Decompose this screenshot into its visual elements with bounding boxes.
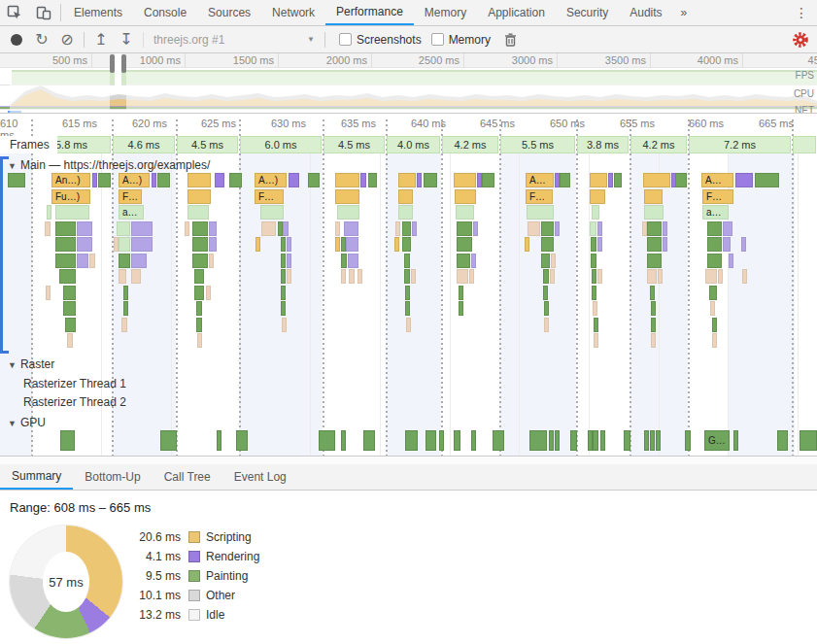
flame-event[interactable]: [597, 221, 602, 236]
gpu-event[interactable]: [777, 430, 788, 451]
flame-event[interactable]: [723, 237, 731, 252]
flame-event[interactable]: [335, 189, 359, 204]
flame-event[interactable]: [650, 286, 655, 300]
flame-event[interactable]: [281, 254, 286, 268]
flame-event[interactable]: [63, 301, 76, 316]
gpu-track-header[interactable]: ▼GPU: [8, 416, 46, 429]
flame-event[interactable]: [337, 205, 359, 220]
flame-event[interactable]: [368, 173, 377, 187]
tab-bottom-up[interactable]: Bottom-Up: [73, 464, 152, 490]
flame-event[interactable]: A…): [119, 173, 150, 187]
flame-event[interactable]: [590, 221, 596, 236]
flame-event[interactable]: [8, 173, 25, 187]
flame-event[interactable]: [192, 221, 208, 236]
flame-event[interactable]: [643, 173, 670, 187]
memory-checkbox[interactable]: Memory: [431, 33, 491, 47]
flame-event[interactable]: [591, 254, 596, 268]
flame-event[interactable]: [644, 189, 663, 204]
flame-event[interactable]: [131, 269, 141, 284]
flame-event[interactable]: [663, 237, 667, 252]
flame-event[interactable]: [541, 237, 554, 252]
flame-event[interactable]: [663, 221, 667, 236]
gpu-event[interactable]: [160, 430, 177, 451]
flame-event[interactable]: [119, 269, 126, 284]
gpu-event[interactable]: G…: [704, 430, 730, 451]
frame-cell[interactable]: 4.2 ms: [630, 136, 687, 153]
flame-event[interactable]: [77, 237, 92, 252]
flame-event[interactable]: [675, 173, 687, 187]
flame-event[interactable]: [457, 221, 472, 236]
flame-event[interactable]: [412, 221, 417, 236]
flame-event[interactable]: [77, 254, 88, 268]
flame-event[interactable]: [707, 221, 722, 236]
save-profile-button[interactable]: ↧: [114, 27, 139, 52]
flame-event[interactable]: [755, 173, 779, 187]
flame-event[interactable]: [608, 173, 613, 187]
flame-event[interactable]: [283, 221, 289, 236]
flame-event[interactable]: [197, 333, 202, 348]
flame-event[interactable]: [550, 269, 555, 284]
gpu-event[interactable]: [217, 430, 221, 451]
gpu-event[interactable]: [60, 430, 75, 451]
flame-event[interactable]: [527, 205, 554, 220]
flame-event[interactable]: [543, 269, 549, 284]
flame-event[interactable]: [131, 221, 153, 236]
flame-event[interactable]: [457, 237, 472, 252]
flame-event[interactable]: [459, 301, 463, 316]
flame-event[interactable]: [560, 173, 570, 187]
flame-event[interactable]: [647, 254, 662, 268]
flame-event[interactable]: [644, 205, 664, 220]
flame-event[interactable]: [555, 221, 560, 236]
frame-cell[interactable]: 3.8 ms: [577, 136, 629, 153]
flame-event[interactable]: [705, 269, 717, 284]
flame-event[interactable]: [402, 237, 411, 252]
flame-event[interactable]: [469, 269, 474, 284]
flame-event[interactable]: [335, 221, 340, 236]
flame-event[interactable]: [459, 286, 463, 300]
flame-event[interactable]: [287, 254, 291, 268]
tab-memory[interactable]: Memory: [414, 0, 477, 25]
flame-event[interactable]: [651, 318, 656, 332]
flame-event[interactable]: [457, 269, 468, 284]
flame-event[interactable]: [67, 333, 73, 348]
selection-right-handle[interactable]: [121, 54, 126, 73]
inspect-element-icon[interactable]: [0, 0, 29, 25]
tab-console[interactable]: Console: [133, 0, 197, 25]
main-track-header[interactable]: ▼Main — https://threejs.org/examples/: [8, 158, 210, 172]
flame-event[interactable]: [707, 237, 722, 252]
gpu-event[interactable]: [800, 430, 817, 451]
gpu-event[interactable]: [341, 430, 346, 451]
flame-event[interactable]: [541, 221, 554, 236]
flame-event[interactable]: [718, 269, 723, 284]
flame-event[interactable]: [187, 173, 211, 187]
flame-event[interactable]: [287, 237, 291, 252]
flame-event[interactable]: [341, 269, 346, 284]
flame-event[interactable]: [456, 205, 474, 220]
flame-event[interactable]: [344, 221, 358, 236]
gpu-event[interactable]: [656, 430, 661, 451]
flame-event[interactable]: [117, 221, 130, 236]
flame-event[interactable]: [398, 173, 416, 187]
flame-event[interactable]: [229, 173, 242, 187]
gpu-event[interactable]: [555, 430, 560, 451]
flame-event[interactable]: [281, 286, 286, 300]
flame-event[interactable]: [131, 237, 153, 252]
gpu-event[interactable]: [685, 430, 691, 451]
flame-event[interactable]: [55, 254, 76, 268]
flame-event[interactable]: [77, 221, 92, 236]
flame-event[interactable]: [119, 237, 130, 252]
flame-event[interactable]: [360, 173, 366, 187]
flame-event[interactable]: [255, 237, 260, 252]
gpu-event[interactable]: [570, 430, 577, 451]
flame-event[interactable]: [65, 318, 76, 332]
flame-event[interactable]: [282, 318, 287, 332]
flame-event[interactable]: [647, 221, 662, 236]
flame-event[interactable]: [123, 301, 128, 316]
flame-event[interactable]: [349, 269, 355, 284]
flame-event[interactable]: [405, 286, 410, 300]
gpu-event[interactable]: [593, 430, 598, 451]
history-select[interactable]: threejs.org #1: [153, 33, 307, 47]
device-toolbar-icon[interactable]: [29, 0, 58, 25]
flame-event[interactable]: [471, 254, 476, 268]
flame-event[interactable]: [185, 221, 189, 236]
